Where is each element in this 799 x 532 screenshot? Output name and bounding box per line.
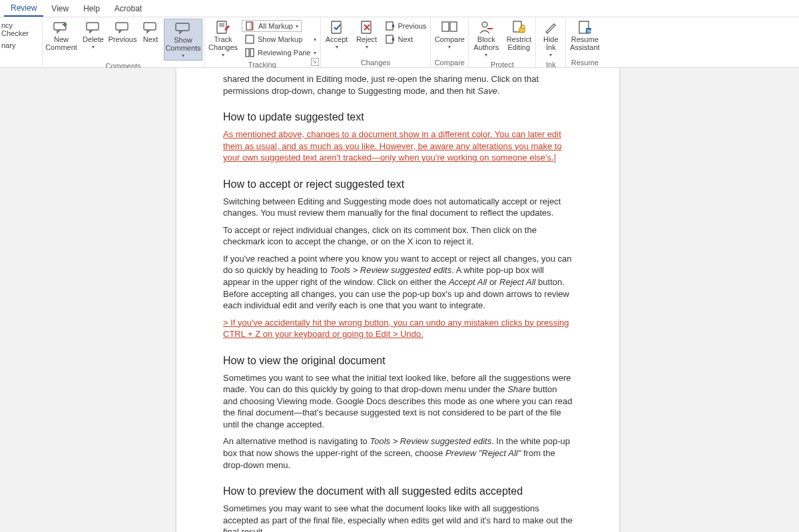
accept-icon bbox=[328, 20, 346, 35]
track-changes-button[interactable]: Track Changes ▾ bbox=[206, 19, 240, 59]
heading[interactable]: How to update suggested text bbox=[223, 111, 573, 123]
resume-assistant-button[interactable]: in Resume Assistant bbox=[567, 19, 602, 53]
group-changes: Accept ▾ Reject ▾ Previous Next bbox=[321, 17, 431, 67]
restrict-editing-button[interactable]: Restrict Editing bbox=[503, 19, 534, 53]
svg-rect-19 bbox=[442, 22, 449, 31]
linkedin-icon: in bbox=[575, 20, 594, 35]
svg-rect-5 bbox=[144, 23, 156, 30]
previous-comment-button[interactable]: Previous bbox=[108, 19, 137, 45]
show-comments-button[interactable]: Show Comments ▾ bbox=[164, 19, 202, 61]
svg-rect-14 bbox=[250, 49, 254, 57]
chevron-down-icon: ▾ bbox=[549, 52, 552, 58]
accept-button[interactable]: Accept ▾ bbox=[322, 19, 352, 51]
reviewing-pane-button[interactable]: Reviewing Pane ▾ bbox=[242, 47, 319, 59]
group-label-resume: Resume bbox=[567, 57, 602, 67]
group-compare: Compare ▾ Compare bbox=[431, 17, 469, 67]
heading[interactable]: How to preview the document with all sug… bbox=[223, 485, 573, 497]
show-markup-button[interactable]: Show Markup ▾ bbox=[242, 33, 319, 45]
svg-rect-4 bbox=[116, 23, 128, 30]
show-markup-icon bbox=[244, 34, 255, 45]
body-text[interactable]: If you've reached a point where you know… bbox=[223, 253, 573, 312]
tab-help[interactable]: Help bbox=[77, 1, 107, 16]
body-text[interactable]: To accept or reject individual changes, … bbox=[223, 224, 573, 248]
body-text[interactable]: An alternative method is navigating to T… bbox=[223, 435, 573, 471]
track-changes-icon bbox=[214, 20, 232, 35]
group-tracking: Track Changes ▾ All Markup ▾ Show Markup… bbox=[204, 17, 321, 67]
document-page[interactable]: shared the document in Editing mode, jus… bbox=[176, 68, 619, 532]
chevron-down-icon: ▾ bbox=[336, 44, 338, 50]
chevron-down-icon: ▾ bbox=[296, 23, 298, 29]
chevron-down-icon: ▾ bbox=[222, 52, 224, 58]
new-comment-button[interactable]: New Comment bbox=[44, 19, 79, 53]
tracking-launcher[interactable]: ↘ bbox=[311, 58, 319, 66]
pen-icon bbox=[541, 20, 560, 35]
chevron-down-icon: ▾ bbox=[314, 37, 316, 43]
compare-icon bbox=[440, 20, 459, 35]
svg-rect-15 bbox=[332, 21, 341, 33]
display-for-review-combo[interactable]: All Markup ▾ bbox=[242, 20, 302, 32]
partial-label-1: ncy Checker bbox=[1, 21, 41, 37]
delete-comment-button[interactable]: Delete ▾ bbox=[80, 19, 107, 51]
markup-icon bbox=[245, 21, 256, 31]
chevron-down-icon: ▾ bbox=[485, 52, 487, 58]
group-ink: Hide Ink ▾ Ink bbox=[536, 17, 566, 67]
comment-next-icon bbox=[141, 20, 160, 35]
ribbon: ncy Checker nary New Comment Delete ▾ bbox=[0, 17, 799, 68]
chevron-down-icon: ▾ bbox=[448, 44, 451, 50]
comment-new-icon bbox=[52, 20, 71, 35]
partial-label-2: nary bbox=[1, 41, 15, 49]
svg-rect-7 bbox=[217, 21, 226, 33]
comment-show-icon bbox=[174, 21, 192, 35]
svg-point-21 bbox=[482, 22, 487, 27]
group-label-compare: Compare bbox=[432, 57, 467, 67]
previous-change-button[interactable]: Previous bbox=[382, 20, 429, 32]
chevron-down-icon: ▾ bbox=[92, 44, 95, 50]
body-text[interactable]: Switching between Editing and Suggesting… bbox=[223, 196, 573, 219]
chevron-down-icon: ▾ bbox=[314, 50, 316, 56]
group-accessibility-partial: ncy Checker nary bbox=[0, 17, 43, 67]
tracked-insert[interactable]: > If you've accidentally hit the wrong b… bbox=[223, 317, 573, 340]
tracked-insert[interactable]: As mentioned above, changes to a documen… bbox=[223, 129, 573, 164]
menu-bar: Review View Help Acrobat bbox=[0, 0, 799, 17]
svg-rect-24 bbox=[519, 28, 525, 33]
text-cursor bbox=[555, 154, 555, 163]
lock-icon bbox=[509, 20, 528, 35]
svg-rect-11 bbox=[250, 22, 254, 30]
next-comment-button[interactable]: Next bbox=[138, 19, 162, 45]
comment-delete-icon bbox=[84, 20, 103, 35]
group-comments: New Comment Delete ▾ Previous Next bbox=[43, 17, 204, 67]
svg-rect-20 bbox=[450, 22, 457, 31]
heading[interactable]: How to accept or reject suggested text bbox=[223, 178, 573, 190]
group-resume: in Resume Assistant Resume bbox=[566, 17, 603, 67]
next-change-icon bbox=[385, 34, 396, 45]
svg-rect-13 bbox=[246, 49, 249, 57]
svg-rect-3 bbox=[87, 23, 99, 30]
hide-ink-button[interactable]: Hide Ink ▾ bbox=[537, 19, 564, 59]
group-label-changes: Changes bbox=[322, 57, 429, 67]
reject-icon bbox=[358, 20, 376, 35]
group-label-partial bbox=[1, 57, 41, 67]
body-text[interactable]: Sometimes you may want to see what the d… bbox=[223, 503, 573, 532]
prev-change-icon bbox=[385, 21, 396, 31]
tab-review[interactable]: Review bbox=[4, 1, 43, 17]
group-protect: Block Authors ▾ Restrict Editing Protect bbox=[469, 17, 536, 67]
body-text[interactable]: shared the document in Editing mode, jus… bbox=[223, 73, 573, 97]
block-authors-icon bbox=[477, 20, 495, 35]
svg-rect-22 bbox=[487, 28, 493, 29]
svg-text:in: in bbox=[587, 29, 591, 33]
document-area[interactable]: shared the document in Editing mode, jus… bbox=[0, 68, 799, 532]
comment-prev-icon bbox=[113, 20, 132, 35]
svg-rect-6 bbox=[176, 23, 189, 31]
next-change-button[interactable]: Next bbox=[382, 33, 429, 45]
body-text[interactable]: Sometimes you want to see what the initi… bbox=[223, 372, 573, 431]
chevron-down-icon: ▾ bbox=[366, 44, 368, 50]
block-authors-button[interactable]: Block Authors ▾ bbox=[470, 19, 502, 59]
tab-acrobat[interactable]: Acrobat bbox=[108, 1, 148, 16]
chevron-down-icon: ▾ bbox=[182, 53, 184, 59]
compare-button[interactable]: Compare ▾ bbox=[432, 19, 467, 51]
reject-button[interactable]: Reject ▾ bbox=[353, 19, 381, 51]
svg-rect-12 bbox=[246, 35, 254, 43]
tab-view[interactable]: View bbox=[45, 1, 75, 16]
reviewing-pane-icon bbox=[244, 47, 255, 58]
heading[interactable]: How to view the original document bbox=[223, 355, 573, 367]
